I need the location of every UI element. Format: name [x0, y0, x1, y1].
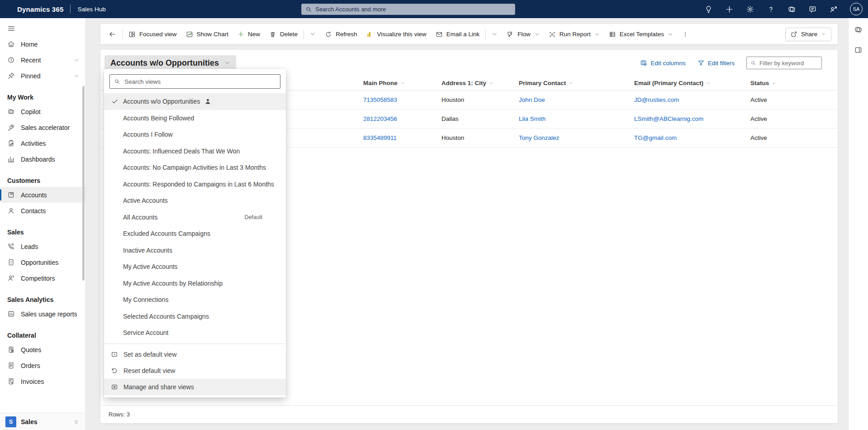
new-button[interactable]: New	[233, 27, 265, 42]
view-option[interactable]: My Active Accounts by Relationship	[104, 275, 286, 292]
column-header-main-phone[interactable]: Main Phone	[363, 80, 441, 86]
gear-icon[interactable]	[746, 5, 754, 14]
view-option[interactable]: My Connections	[104, 291, 286, 308]
sidebar-item-label: Contacts	[21, 207, 46, 215]
sidebar-item-copilot[interactable]: Copilot	[0, 104, 85, 119]
top-navbar: Dynamics 365 Sales Hub SA	[0, 0, 868, 18]
view-option[interactable]: Accounts Being Followed	[104, 110, 286, 127]
current-view-title: Accounts w/o Opportunities	[110, 58, 219, 68]
filter-by-keyword-box[interactable]	[746, 57, 822, 69]
sidebar-scrollbar[interactable]	[82, 86, 85, 281]
column-header-email[interactable]: Email (Primary Contact)	[634, 80, 750, 86]
chevron-up-down-icon	[73, 419, 79, 425]
sidebar-item-label: Opportunities	[21, 259, 58, 266]
help-icon[interactable]	[767, 5, 775, 14]
sidebar-item-home[interactable]: Home	[0, 36, 85, 52]
feedback-icon[interactable]	[808, 5, 817, 14]
view-option-selected[interactable]: Accounts w/o Opportunities	[104, 93, 286, 110]
view-option[interactable]: Accounts: No Campaign Activities in Last…	[104, 159, 286, 176]
view-option[interactable]: Excluded Accounts Campaigns	[104, 225, 286, 242]
hamburger-menu-icon[interactable]	[0, 21, 85, 36]
notes-panel-icon[interactable]	[854, 46, 863, 54]
flow-button[interactable]: Flow	[502, 27, 544, 42]
edit-columns-button[interactable]: Edit columns	[640, 59, 685, 67]
svg-text:A: A	[114, 353, 115, 356]
view-option[interactable]: Active Accounts	[104, 192, 286, 209]
app-name[interactable]: Sales Hub	[77, 6, 105, 13]
primary-contact-link[interactable]: Tony Gonzalez	[519, 134, 634, 141]
view-option[interactable]: Accounts I Follow	[104, 126, 286, 143]
grid-footer: Rows: 3	[100, 405, 838, 423]
sidebar-item-activities[interactable]: Activities	[0, 135, 85, 151]
sidebar-item-leads[interactable]: Leads	[0, 239, 85, 254]
copilot-panel-icon[interactable]	[854, 25, 863, 34]
excel-templates-button[interactable]: Excel Templates	[604, 27, 678, 42]
manage-share-views-label: Manage and share views	[123, 383, 194, 391]
more-commands-chevron[interactable]	[305, 27, 320, 42]
area-switcher[interactable]: S Sales	[0, 413, 85, 430]
email-link[interactable]: TG@gmail.com	[634, 134, 750, 141]
user-avatar[interactable]: SA	[850, 3, 863, 15]
more-commands-chevron[interactable]	[487, 27, 502, 42]
filter-keyword-input[interactable]	[759, 60, 818, 67]
run-report-button[interactable]: Run Report	[544, 27, 604, 42]
delete-button[interactable]: Delete	[265, 27, 302, 42]
search-views-input[interactable]	[124, 78, 276, 85]
column-header-primary-contact[interactable]: Primary Contact	[519, 80, 634, 86]
dashboard-icon	[7, 155, 15, 163]
person-share-icon[interactable]	[829, 5, 838, 14]
sidebar-item-sales-accelerator[interactable]: Sales accelerator	[0, 119, 85, 135]
view-option[interactable]: Accounts: Influenced Deals That We Won	[104, 143, 286, 160]
app-brand[interactable]: Dynamics 365	[17, 5, 63, 13]
main-phone-link[interactable]: 7135058583	[363, 96, 441, 103]
focused-view-button[interactable]: Focused view	[124, 27, 181, 42]
main-phone-link[interactable]: 2812203456	[363, 115, 441, 122]
reset-default-view-button[interactable]: Reset default view	[104, 363, 286, 379]
share-button[interactable]: Share	[785, 28, 831, 41]
view-option[interactable]: Service Account	[104, 325, 286, 341]
manage-share-views-button[interactable]: Manage and share views	[104, 379, 286, 395]
email-link[interactable]: JD@rusties.com	[634, 96, 750, 103]
excel-templates-label: Excel Templates	[620, 31, 664, 38]
visualize-view-button[interactable]: Visualize this view	[361, 27, 431, 42]
document-money-icon	[7, 377, 15, 385]
view-option[interactable]: Inactive Accounts	[104, 242, 286, 259]
primary-contact-link[interactable]: John Doe	[519, 96, 634, 103]
email-link-button[interactable]: Email a Link	[431, 27, 484, 42]
sidebar-item-quotes[interactable]: Quotes	[0, 342, 85, 358]
overflow-button[interactable]	[678, 27, 693, 42]
edit-filters-button[interactable]: Edit filters	[697, 59, 735, 67]
view-selector-button[interactable]: Accounts w/o Opportunities	[104, 55, 236, 71]
search-views-box[interactable]	[109, 74, 280, 89]
sidebar-item-invoices[interactable]: Invoices	[0, 373, 85, 389]
view-option-default[interactable]: All Accounts Default	[104, 209, 286, 226]
focused-view-label: Focused view	[139, 31, 177, 38]
copilot-icon[interactable]	[787, 5, 796, 14]
plus-icon[interactable]	[725, 5, 734, 14]
global-search[interactable]	[301, 4, 515, 15]
main-phone-link[interactable]: 8335489911	[363, 134, 441, 141]
view-option[interactable]: Accounts: Responded to Campaigns in Last…	[104, 176, 286, 193]
sidebar-item-accounts[interactable]: Accounts	[0, 187, 85, 203]
email-link[interactable]: LSmith@ABClearnig.com	[634, 115, 750, 122]
view-option[interactable]: My Active Accounts	[104, 258, 286, 275]
primary-contact-link[interactable]: Lila Smith	[519, 115, 634, 122]
column-header-status[interactable]: Status	[750, 80, 838, 86]
refresh-button[interactable]: Refresh	[320, 27, 361, 42]
sidebar-item-recent[interactable]: Recent	[0, 52, 85, 68]
view-option[interactable]: Selected Accounts Campaigns	[104, 308, 286, 325]
sidebar-item-pinned[interactable]: Pinned	[0, 68, 85, 84]
sidebar-item-contacts[interactable]: Contacts	[0, 203, 85, 219]
lightbulb-icon[interactable]	[704, 5, 713, 14]
sidebar-item-dashboards[interactable]: Dashboards	[0, 151, 85, 167]
sidebar-item-competitors[interactable]: Competitors	[0, 270, 85, 286]
sidebar-item-sales-usage-reports[interactable]: Sales usage reports	[0, 306, 85, 322]
sidebar-item-opportunities[interactable]: Opportunities	[0, 254, 85, 270]
sidebar-item-orders[interactable]: Orders	[0, 358, 85, 373]
set-default-view-button[interactable]: A Set as default view	[104, 346, 286, 363]
global-search-input[interactable]	[315, 6, 511, 13]
show-chart-button[interactable]: Show Chart	[181, 27, 233, 42]
column-header-city[interactable]: Address 1: City	[441, 80, 519, 86]
back-button[interactable]	[104, 27, 121, 42]
delete-label: Delete	[280, 31, 298, 38]
